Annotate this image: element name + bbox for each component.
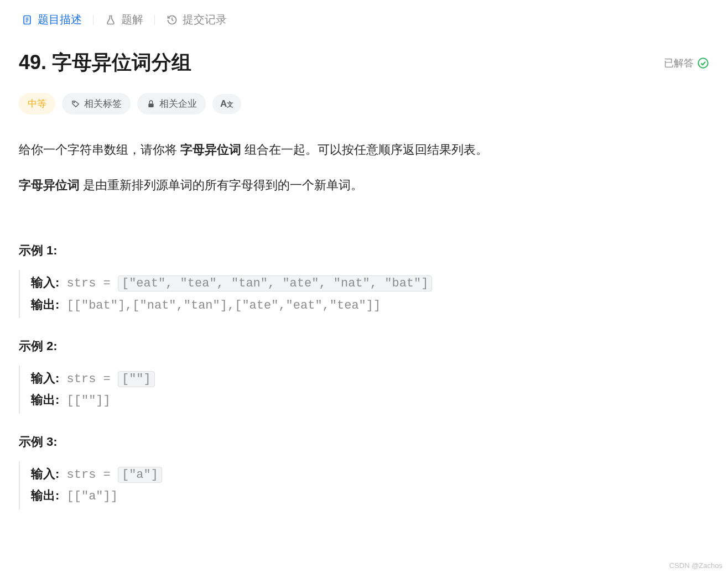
watermark: CSDN @Zachos (669, 561, 722, 570)
output-value: [["bat"],["nat","tan"],["ate","eat","tea… (67, 299, 381, 312)
tab-submissions[interactable]: 提交记录 (158, 7, 235, 33)
check-circle-icon (697, 57, 709, 69)
desc-line2-suffix: 是由重新排列源单词的所有字母得到的一个新单词。 (80, 178, 363, 192)
document-icon (21, 14, 33, 26)
input-label: 输入: (31, 275, 59, 289)
example-input-line: 输入: strs = ["a"] (31, 463, 709, 485)
related-tags-pill[interactable]: 相关标签 (62, 93, 131, 114)
example-block: 输入: strs = ["eat", "tea", "tan", "ate", … (19, 270, 709, 318)
example-2: 示例 2: 输入: strs = [""] 输出: [[""]] (19, 338, 709, 414)
solved-badge: 已解答 (664, 56, 709, 70)
output-label: 输出: (31, 393, 59, 407)
input-code: [""] (118, 371, 155, 387)
example-input-line: 输入: strs = [""] (31, 368, 709, 389)
example-heading: 示例 2: (19, 338, 709, 355)
input-label: 输入: (31, 467, 59, 481)
example-3: 示例 3: 输入: strs = ["a"] 输出: [["a"]] (19, 434, 709, 509)
example-block: 输入: strs = [""] 输出: [[""]] (19, 366, 709, 414)
tab-description[interactable]: 题目描述 (13, 7, 90, 33)
solved-label: 已解答 (664, 56, 694, 70)
example-output-line: 输出: [[""]] (31, 389, 709, 411)
description-paragraph-2: 字母异位词 是由重新排列源单词的所有字母得到的一个新单词。 (19, 174, 709, 196)
svg-point-4 (698, 58, 708, 67)
lock-icon (146, 99, 156, 109)
description-paragraph-1: 给你一个字符串数组，请你将 字母异位词 组合在一起。可以按任意顺序返回结果列表。 (19, 139, 709, 161)
tab-divider (93, 15, 93, 25)
svg-point-5 (74, 102, 75, 103)
history-icon (166, 14, 178, 26)
tab-description-label: 题目描述 (38, 12, 82, 27)
output-label: 输出: (31, 298, 59, 311)
desc-line1-bold: 字母异位词 (180, 143, 241, 157)
tab-solution[interactable]: 题解 (97, 7, 151, 33)
input-prefix: strs = (67, 468, 118, 482)
input-prefix: strs = (67, 372, 118, 386)
example-output-line: 输出: [["bat"],["nat","tan"],["ate","eat",… (31, 294, 709, 316)
output-value: [[""]] (67, 394, 111, 408)
tab-bar: 题目描述 题解 提交记录 (0, 0, 728, 33)
desc-line1-prefix: 给你一个字符串数组，请你将 (19, 143, 180, 157)
example-heading: 示例 3: (19, 434, 709, 450)
example-heading: 示例 1: (19, 242, 709, 259)
tag-icon (71, 99, 81, 109)
related-companies-pill[interactable]: 相关企业 (137, 93, 206, 114)
input-prefix: strs = (67, 277, 118, 290)
problem-content: 49. 字母异位词分组 已解答 中等 相关标签 (0, 33, 728, 509)
input-code: ["a"] (118, 467, 162, 483)
tags-row: 中等 相关标签 相关企业 A文 (19, 93, 709, 114)
tab-solution-label: 题解 (121, 12, 143, 27)
output-value: [["a"]] (67, 489, 118, 503)
input-code: ["eat", "tea", "tan", "ate", "nat", "bat… (118, 275, 433, 291)
desc-line2-bold: 字母异位词 (19, 178, 80, 192)
title-row: 49. 字母异位词分组 已解答 (19, 49, 709, 76)
tab-submissions-label: 提交记录 (183, 12, 227, 27)
output-label: 输出: (31, 488, 59, 502)
svg-rect-6 (148, 103, 153, 107)
example-1: 示例 1: 输入: strs = ["eat", "tea", "tan", "… (19, 242, 709, 318)
difficulty-pill[interactable]: 中等 (19, 93, 55, 114)
example-input-line: 输入: strs = ["eat", "tea", "tan", "ate", … (31, 272, 709, 294)
related-tags-label: 相关标签 (84, 97, 122, 110)
problem-title: 49. 字母异位词分组 (19, 49, 191, 76)
input-label: 输入: (31, 371, 59, 385)
flask-icon (105, 14, 117, 26)
example-output-line: 输出: [["a"]] (31, 485, 709, 507)
desc-line1-suffix: 组合在一起。可以按任意顺序返回结果列表。 (241, 143, 488, 157)
spacer (19, 209, 709, 242)
tab-divider (154, 15, 155, 25)
font-size-pill[interactable]: A文 (212, 94, 241, 114)
example-block: 输入: strs = ["a"] 输出: [["a"]] (19, 461, 709, 509)
related-companies-label: 相关企业 (159, 97, 197, 110)
